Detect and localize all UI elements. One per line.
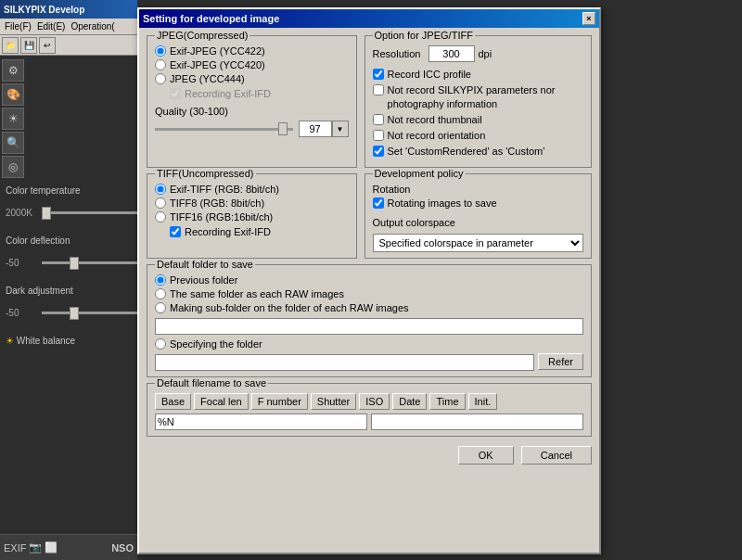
tiff-recording-exif-checkbox[interactable] — [170, 226, 181, 237]
filename-btn-iso[interactable]: ISO — [359, 393, 390, 410]
cancel-button[interactable]: Cancel — [521, 446, 592, 465]
previous-folder-radio[interactable] — [155, 274, 166, 286]
default-filename-label: Default filename to save — [155, 377, 268, 388]
specify-folder-input[interactable] — [155, 354, 534, 371]
toolbar-btn-3[interactable]: ↩ — [39, 37, 56, 54]
menu-file[interactable]: File(F) — [2, 21, 34, 32]
subfolder-input[interactable] — [155, 318, 583, 335]
toolbar-btn-1[interactable]: 📁 — [2, 37, 19, 54]
rotating-images-label: Rotating images to save — [388, 197, 497, 210]
tiff-radio-exif-8bit[interactable] — [155, 184, 166, 195]
jpeg-radio-ycc444[interactable] — [155, 73, 166, 84]
tiff-radio-tiff8-label: TIFF8 (RGB: 8bit/ch) — [170, 197, 264, 209]
jpeg-radio-ycc422[interactable] — [155, 45, 166, 57]
jpeg-radio-ycc422-row: Exif-JPEG (YCC422) — [155, 45, 349, 57]
tiff-radio-tiff8-row: TIFF8 (RGB: 8bit/ch) — [155, 197, 349, 209]
sidebar-icon-lens[interactable]: ◎ — [2, 156, 24, 178]
filename-btn-focal-len[interactable]: Focal len — [194, 393, 249, 410]
set-custom-rendered-label: Set 'CustomRendered' as 'Custom' — [388, 145, 545, 158]
jpeg-section: JPEG(Compressed) Exif-JPEG (YCC422) Exif… — [147, 35, 357, 168]
development-policy-label: Development policy — [373, 168, 466, 179]
jpeg-recording-exif-checkbox — [170, 88, 181, 99]
previous-folder-row: Previous folder — [155, 274, 583, 286]
color-deflection-section: Color deflection -50 --- — [0, 232, 137, 282]
making-subfolder-row: Making sub-folder on the folder of each … — [155, 302, 583, 313]
specify-folder-radio[interactable] — [155, 338, 166, 350]
jpeg-tiff-options-label: Option for JPEG/TIFF — [373, 30, 475, 41]
dialog-close-button[interactable]: × — [582, 12, 595, 25]
filename-btn-shutter[interactable]: Shutter — [311, 393, 356, 410]
resolution-row: Resolution 300 dpi — [373, 45, 583, 62]
sidebar-icon-light[interactable]: ☀ — [2, 108, 24, 130]
output-colorspace-label: Output colorspace — [373, 217, 583, 228]
same-folder-label: The same folder as each RAW images — [170, 288, 344, 299]
record-icc-checkbox[interactable] — [373, 69, 384, 80]
resolution-input[interactable]: 300 — [429, 45, 475, 62]
filename-input-2[interactable] — [371, 414, 583, 430]
filename-btn-init[interactable]: Init. — [468, 393, 498, 410]
jpeg-recording-exif-label: Recording Exif-IFD — [185, 87, 271, 100]
jpeg-radio-ycc420[interactable] — [155, 59, 166, 70]
toolbar: 📁 💾 ↩ — [0, 35, 137, 56]
filename-btn-f-number[interactable]: F number — [251, 393, 308, 410]
white-balance-label: ☀ White balance — [6, 336, 132, 346]
not-record-thumbnail-checkbox[interactable] — [373, 114, 384, 125]
menu-edit[interactable]: Edit(E) — [34, 21, 69, 32]
bottom-exif[interactable]: EXIF — [4, 542, 26, 554]
toolbar-btn-2[interactable]: 💾 — [20, 37, 37, 54]
quality-label: Quality (30-100) — [155, 106, 349, 117]
quality-dropdown[interactable]: ▼ — [332, 121, 349, 137]
rotating-images-checkbox[interactable] — [373, 197, 384, 209]
filename-input-1[interactable] — [155, 414, 367, 430]
not-record-silkypix-checkbox[interactable] — [373, 84, 384, 95]
app-title: SILKYPIX Develop — [4, 5, 84, 15]
refer-button[interactable]: Refer — [538, 353, 583, 370]
record-icc-label: Record ICC profile — [388, 68, 471, 81]
colorspace-select[interactable]: Specified colorspace in parameter — [373, 234, 583, 252]
app-menu-bar: File(F) Edit(E) Operation( — [0, 19, 137, 35]
filename-btn-date[interactable]: Date — [392, 393, 427, 410]
quality-slider[interactable] — [155, 128, 293, 131]
not-record-silkypix-label: Not record SILKYPIX parameters nor photo… — [388, 83, 583, 110]
tiff-radio-exif-8bit-label: Exif-TIFF (RGB: 8bit/ch) — [170, 184, 279, 195]
set-custom-rendered-checkbox[interactable] — [373, 146, 384, 157]
sidebar-icon-settings[interactable]: ⚙ — [2, 59, 24, 82]
color-temperature-section: Color temperature 2000K --- — [0, 182, 137, 232]
filename-btn-time[interactable]: Time — [429, 393, 465, 410]
menu-operation[interactable]: Operation( — [68, 21, 117, 32]
dialog-titlebar: Setting for developed image × — [139, 9, 599, 28]
bottom-icon-1[interactable]: 📷 — [29, 541, 42, 554]
tiff-radio-tiff8[interactable] — [155, 197, 166, 209]
specify-folder-row: Specifying the folder — [155, 338, 583, 350]
not-record-thumbnail-label: Not record thumbnail — [388, 113, 482, 126]
tiff-section: TIFF(Uncompressed) Exif-TIFF (RGB: 8bit/… — [147, 173, 357, 259]
tiff-recording-exif-label: Recording Exif-IFD — [185, 225, 271, 238]
quality-input[interactable]: 97 — [299, 121, 332, 137]
default-folder-label: Default folder to save — [155, 259, 255, 270]
jpeg-radio-ycc444-label: JPEG (YCC444) — [170, 73, 245, 84]
dark-adjustment-value: -50 — [6, 308, 38, 318]
bottom-icon-2[interactable]: ⬜ — [45, 541, 58, 554]
filename-inputs — [155, 414, 583, 430]
color-deflection-label: Color deflection — [6, 235, 132, 246]
dark-adjustment-label: Dark adjustment — [6, 286, 132, 296]
not-record-orientation-label: Not record orientation — [388, 129, 486, 142]
jpeg-section-label: JPEG(Compressed) — [155, 30, 249, 41]
tiff-radio-tiff16[interactable] — [155, 211, 166, 223]
sidebar-icon-color[interactable]: 🎨 — [2, 83, 24, 106]
color-deflection-row: -50 --- — [6, 248, 132, 278]
dark-adjustment-row: -50 --- — [6, 298, 132, 328]
rotating-images-row: Rotating images to save — [373, 197, 583, 210]
resolution-label: Resolution — [373, 48, 421, 59]
filename-btn-base[interactable]: Base — [155, 393, 191, 410]
same-folder-radio[interactable] — [155, 288, 166, 299]
making-subfolder-radio[interactable] — [155, 302, 166, 313]
not-record-thumbnail-row: Not record thumbnail — [373, 113, 583, 126]
previous-folder-label: Previous folder — [170, 274, 237, 286]
resolution-unit: dpi — [479, 48, 493, 59]
not-record-orientation-checkbox[interactable] — [373, 130, 384, 141]
top-section-group: JPEG(Compressed) Exif-JPEG (YCC422) Exif… — [147, 35, 592, 168]
jpeg-tiff-options-inner: Resolution 300 dpi Record ICC profile No… — [373, 45, 583, 159]
sidebar-icon-detail[interactable]: 🔍 — [2, 132, 24, 154]
ok-button[interactable]: OK — [458, 446, 514, 465]
